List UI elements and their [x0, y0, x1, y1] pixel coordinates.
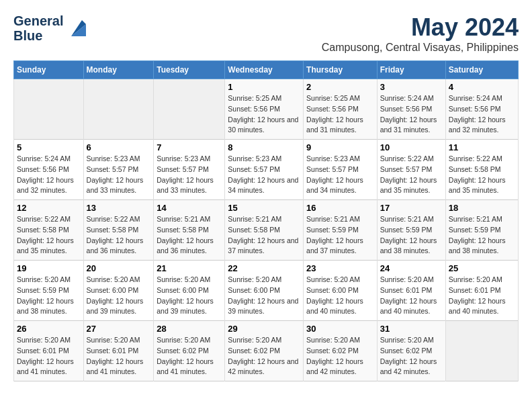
day-info: Sunrise: 5:20 AM Sunset: 6:01 PM Dayligh…	[380, 275, 437, 315]
table-row: 3 Sunrise: 5:24 AM Sunset: 5:56 PM Dayli…	[377, 79, 445, 140]
day-info: Sunrise: 5:23 AM Sunset: 5:57 PM Dayligh…	[157, 154, 214, 194]
table-row: 6 Sunrise: 5:23 AM Sunset: 5:57 PM Dayli…	[83, 140, 154, 200]
logo-line1: General	[13, 13, 63, 28]
calendar-header-row: Sunday Monday Tuesday Wednesday Thursday…	[14, 61, 519, 79]
day-info: Sunrise: 5:25 AM Sunset: 5:56 PM Dayligh…	[306, 94, 363, 134]
day-info: Sunrise: 5:20 AM Sunset: 6:01 PM Dayligh…	[449, 275, 506, 315]
table-row: 9 Sunrise: 5:23 AM Sunset: 5:57 PM Dayli…	[304, 140, 378, 200]
table-row: 10 Sunrise: 5:22 AM Sunset: 5:57 PM Dayl…	[377, 140, 445, 200]
table-row: 22 Sunrise: 5:20 AM Sunset: 6:00 PM Dayl…	[225, 261, 304, 321]
table-row	[445, 321, 518, 381]
day-info: Sunrise: 5:20 AM Sunset: 6:00 PM Dayligh…	[87, 275, 144, 315]
day-info: Sunrise: 5:20 AM Sunset: 6:00 PM Dayligh…	[157, 275, 214, 315]
table-row: 19 Sunrise: 5:20 AM Sunset: 5:59 PM Dayl…	[14, 261, 84, 321]
table-row: 18 Sunrise: 5:21 AM Sunset: 5:59 PM Dayl…	[445, 200, 518, 261]
day-number: 22	[228, 263, 300, 273]
table-row: 11 Sunrise: 5:22 AM Sunset: 5:58 PM Dayl…	[445, 140, 518, 200]
day-number: 4	[449, 82, 515, 92]
table-row	[83, 79, 154, 140]
day-info: Sunrise: 5:24 AM Sunset: 5:56 PM Dayligh…	[380, 94, 437, 134]
day-info: Sunrise: 5:23 AM Sunset: 5:57 PM Dayligh…	[87, 154, 144, 194]
table-row	[14, 79, 84, 140]
table-row: 24 Sunrise: 5:20 AM Sunset: 6:01 PM Dayl…	[377, 261, 445, 321]
day-number: 12	[17, 203, 81, 213]
table-row: 8 Sunrise: 5:23 AM Sunset: 5:57 PM Dayli…	[225, 140, 304, 200]
day-info: Sunrise: 5:25 AM Sunset: 5:56 PM Dayligh…	[228, 94, 298, 134]
day-number: 16	[306, 203, 374, 213]
header-wednesday: Wednesday	[225, 61, 304, 79]
day-number: 1	[228, 82, 300, 92]
day-number: 14	[157, 203, 222, 213]
day-number: 23	[306, 263, 374, 273]
table-row: 12 Sunrise: 5:22 AM Sunset: 5:58 PM Dayl…	[14, 200, 84, 261]
table-row: 25 Sunrise: 5:20 AM Sunset: 6:01 PM Dayl…	[445, 261, 518, 321]
page-subtitle: Campusong, Central Visayas, Philippines	[322, 42, 519, 54]
day-info: Sunrise: 5:20 AM Sunset: 6:02 PM Dayligh…	[380, 336, 437, 375]
table-row: 17 Sunrise: 5:21 AM Sunset: 5:59 PM Dayl…	[377, 200, 445, 261]
day-number: 10	[380, 142, 443, 152]
day-info: Sunrise: 5:20 AM Sunset: 6:01 PM Dayligh…	[87, 336, 144, 375]
day-info: Sunrise: 5:20 AM Sunset: 6:01 PM Dayligh…	[17, 336, 74, 375]
header-friday: Friday	[377, 61, 445, 79]
table-row: 26 Sunrise: 5:20 AM Sunset: 6:01 PM Dayl…	[14, 321, 84, 381]
table-row: 30 Sunrise: 5:20 AM Sunset: 6:02 PM Dayl…	[304, 321, 378, 381]
table-row: 14 Sunrise: 5:21 AM Sunset: 5:58 PM Dayl…	[154, 200, 225, 261]
day-number: 15	[228, 203, 300, 213]
calendar-week-row: 26 Sunrise: 5:20 AM Sunset: 6:01 PM Dayl…	[14, 321, 519, 381]
day-number: 18	[449, 203, 515, 213]
day-info: Sunrise: 5:22 AM Sunset: 5:57 PM Dayligh…	[380, 154, 437, 194]
header: General Blue May 2024 Campusong, Central…	[13, 13, 519, 54]
day-info: Sunrise: 5:22 AM Sunset: 5:58 PM Dayligh…	[17, 215, 74, 255]
header-thursday: Thursday	[304, 61, 378, 79]
day-info: Sunrise: 5:24 AM Sunset: 5:56 PM Dayligh…	[449, 94, 506, 134]
logo: General Blue	[13, 13, 86, 43]
header-sunday: Sunday	[14, 61, 84, 79]
day-number: 7	[157, 142, 222, 152]
day-number: 20	[87, 263, 151, 273]
header-saturday: Saturday	[445, 61, 518, 79]
day-number: 11	[449, 142, 515, 152]
table-row: 4 Sunrise: 5:24 AM Sunset: 5:56 PM Dayli…	[445, 79, 518, 140]
day-info: Sunrise: 5:24 AM Sunset: 5:56 PM Dayligh…	[17, 154, 74, 194]
day-info: Sunrise: 5:20 AM Sunset: 5:59 PM Dayligh…	[17, 275, 74, 315]
day-info: Sunrise: 5:23 AM Sunset: 5:57 PM Dayligh…	[228, 154, 298, 194]
day-info: Sunrise: 5:20 AM Sunset: 6:02 PM Dayligh…	[306, 336, 363, 375]
title-area: May 2024 Campusong, Central Visayas, Phi…	[322, 13, 519, 54]
table-row: 15 Sunrise: 5:21 AM Sunset: 5:58 PM Dayl…	[225, 200, 304, 261]
day-info: Sunrise: 5:22 AM Sunset: 5:58 PM Dayligh…	[449, 154, 506, 194]
day-number: 8	[228, 142, 300, 152]
header-tuesday: Tuesday	[154, 61, 225, 79]
table-row: 2 Sunrise: 5:25 AM Sunset: 5:56 PM Dayli…	[304, 79, 378, 140]
day-number: 28	[157, 324, 222, 334]
day-info: Sunrise: 5:22 AM Sunset: 5:58 PM Dayligh…	[87, 215, 144, 255]
day-number: 29	[228, 324, 300, 334]
day-info: Sunrise: 5:21 AM Sunset: 5:58 PM Dayligh…	[157, 215, 214, 255]
day-info: Sunrise: 5:20 AM Sunset: 6:00 PM Dayligh…	[306, 275, 363, 315]
day-info: Sunrise: 5:20 AM Sunset: 6:00 PM Dayligh…	[228, 275, 298, 315]
day-number: 30	[306, 324, 374, 334]
day-number: 2	[306, 82, 374, 92]
table-row: 16 Sunrise: 5:21 AM Sunset: 5:59 PM Dayl…	[304, 200, 378, 261]
table-row: 20 Sunrise: 5:20 AM Sunset: 6:00 PM Dayl…	[83, 261, 154, 321]
calendar-week-row: 19 Sunrise: 5:20 AM Sunset: 5:59 PM Dayl…	[14, 261, 519, 321]
logo-line2: Blue	[13, 28, 42, 43]
table-row: 29 Sunrise: 5:20 AM Sunset: 6:02 PM Dayl…	[225, 321, 304, 381]
day-info: Sunrise: 5:23 AM Sunset: 5:57 PM Dayligh…	[306, 154, 363, 194]
day-number: 17	[380, 203, 443, 213]
day-number: 27	[87, 324, 151, 334]
table-row: 13 Sunrise: 5:22 AM Sunset: 5:58 PM Dayl…	[83, 200, 154, 261]
calendar-week-row: 12 Sunrise: 5:22 AM Sunset: 5:58 PM Dayl…	[14, 200, 519, 261]
table-row: 5 Sunrise: 5:24 AM Sunset: 5:56 PM Dayli…	[14, 140, 84, 200]
table-row: 7 Sunrise: 5:23 AM Sunset: 5:57 PM Dayli…	[154, 140, 225, 200]
day-number: 21	[157, 263, 222, 273]
table-row: 28 Sunrise: 5:20 AM Sunset: 6:02 PM Dayl…	[154, 321, 225, 381]
day-number: 9	[306, 142, 374, 152]
calendar-week-row: 1 Sunrise: 5:25 AM Sunset: 5:56 PM Dayli…	[14, 79, 519, 140]
day-info: Sunrise: 5:21 AM Sunset: 5:59 PM Dayligh…	[306, 215, 363, 255]
day-info: Sunrise: 5:21 AM Sunset: 5:59 PM Dayligh…	[380, 215, 437, 255]
page-title: May 2024	[322, 13, 519, 42]
table-row: 1 Sunrise: 5:25 AM Sunset: 5:56 PM Dayli…	[225, 79, 304, 140]
day-info: Sunrise: 5:20 AM Sunset: 6:02 PM Dayligh…	[157, 336, 214, 375]
table-row	[154, 79, 225, 140]
day-info: Sunrise: 5:20 AM Sunset: 6:02 PM Dayligh…	[228, 336, 298, 375]
